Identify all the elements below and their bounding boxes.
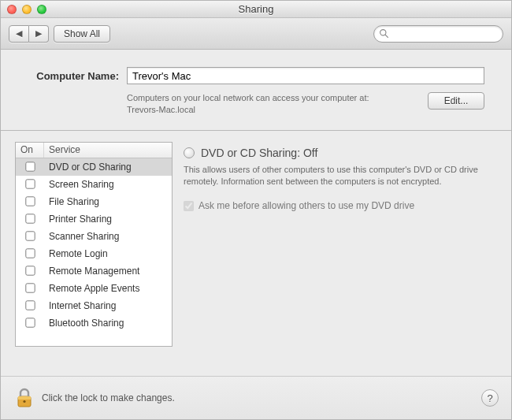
lock-icon[interactable] bbox=[15, 387, 34, 409]
service-detail-panel: DVD or CD Sharing: Off This allows users… bbox=[184, 142, 497, 368]
minimize-window-button[interactable] bbox=[22, 5, 32, 14]
edit-hostname-button[interactable]: Edit... bbox=[428, 92, 484, 110]
computer-name-label: Computer Name: bbox=[17, 70, 119, 82]
service-row[interactable]: Bluetooth Sharing bbox=[16, 314, 172, 332]
service-row[interactable]: File Sharing bbox=[16, 193, 172, 210]
service-row[interactable]: Scanner Sharing bbox=[16, 228, 172, 245]
services-list: DVD or CD SharingScreen SharingFile Shar… bbox=[16, 158, 172, 332]
ask-before-sharing-row[interactable]: Ask me before allowing others to use my … bbox=[184, 200, 497, 211]
service-checkbox[interactable] bbox=[25, 232, 35, 241]
service-label: Screen Sharing bbox=[44, 179, 172, 190]
services-table: On Service DVD or CD SharingScreen Shari… bbox=[15, 142, 173, 347]
subtext-line1: Computers on your local network can acce… bbox=[127, 93, 369, 102]
service-checkbox[interactable] bbox=[25, 162, 35, 172]
help-button[interactable]: ? bbox=[481, 389, 499, 407]
window-controls bbox=[1, 5, 46, 14]
service-row[interactable]: Remote Management bbox=[16, 262, 172, 280]
service-row[interactable]: Remote Apple Events bbox=[16, 280, 172, 297]
service-label: Remote Apple Events bbox=[44, 283, 172, 294]
service-checkbox-cell bbox=[16, 214, 44, 224]
service-checkbox-cell bbox=[16, 300, 44, 310]
ask-before-sharing-checkbox[interactable] bbox=[184, 201, 194, 211]
nav-button-group: ◀ ▶ bbox=[9, 25, 49, 43]
service-checkbox-cell bbox=[16, 266, 44, 276]
service-row[interactable]: DVD or CD Sharing bbox=[16, 158, 172, 176]
service-label: Bluetooth Sharing bbox=[44, 318, 172, 329]
service-row[interactable]: Remote Login bbox=[16, 245, 172, 262]
detail-header: DVD or CD Sharing: Off bbox=[184, 147, 497, 159]
service-label: Internet Sharing bbox=[44, 300, 172, 311]
main-area: On Service DVD or CD SharingScreen Shari… bbox=[1, 131, 511, 376]
forward-button[interactable]: ▶ bbox=[29, 25, 49, 43]
service-row[interactable]: Internet Sharing bbox=[16, 297, 172, 314]
service-row[interactable]: Printer Sharing bbox=[16, 210, 172, 228]
service-label: Remote Management bbox=[44, 266, 172, 277]
ask-before-sharing-label: Ask me before allowing others to use my … bbox=[198, 200, 414, 211]
service-checkbox[interactable] bbox=[25, 284, 35, 293]
back-button[interactable]: ◀ bbox=[9, 25, 29, 43]
detail-title: DVD or CD Sharing: Off bbox=[201, 147, 317, 159]
svg-line-1 bbox=[385, 35, 388, 37]
service-checkbox-cell bbox=[16, 231, 44, 241]
service-checkbox[interactable] bbox=[25, 301, 35, 310]
status-indicator-icon bbox=[184, 147, 195, 158]
titlebar: Sharing bbox=[1, 1, 511, 18]
search-field-wrap bbox=[373, 25, 503, 43]
service-label: File Sharing bbox=[44, 196, 172, 207]
column-header-on[interactable]: On bbox=[16, 143, 44, 158]
zoom-window-button[interactable] bbox=[37, 5, 46, 14]
computer-name-field[interactable] bbox=[127, 67, 484, 84]
service-checkbox[interactable] bbox=[25, 266, 35, 276]
service-checkbox-cell bbox=[16, 162, 44, 172]
search-icon bbox=[379, 28, 389, 39]
computer-name-row: Computer Name: bbox=[1, 50, 511, 89]
svg-point-4 bbox=[23, 400, 25, 403]
column-header-service[interactable]: Service bbox=[44, 143, 172, 158]
footer: Click the lock to make changes. ? bbox=[1, 376, 511, 419]
service-label: Printer Sharing bbox=[44, 214, 172, 225]
service-checkbox-cell bbox=[16, 318, 44, 328]
service-checkbox-cell bbox=[16, 283, 44, 293]
service-checkbox[interactable] bbox=[25, 180, 35, 189]
service-checkbox-cell bbox=[16, 248, 44, 258]
search-input[interactable] bbox=[373, 25, 503, 43]
service-label: Scanner Sharing bbox=[44, 231, 172, 242]
service-checkbox[interactable] bbox=[25, 249, 35, 258]
forward-arrow-icon: ▶ bbox=[35, 28, 42, 39]
close-window-button[interactable] bbox=[7, 5, 17, 14]
service-label: DVD or CD Sharing bbox=[44, 162, 172, 173]
service-row[interactable]: Screen Sharing bbox=[16, 176, 172, 193]
services-header: On Service bbox=[16, 143, 172, 158]
service-label: Remote Login bbox=[44, 248, 172, 259]
service-checkbox[interactable] bbox=[25, 318, 35, 328]
computer-name-subtext: Computers on your local network can acce… bbox=[127, 92, 428, 116]
detail-description: This allows users of other computers to … bbox=[184, 164, 497, 188]
service-checkbox[interactable] bbox=[25, 197, 35, 206]
content-area: Computer Name: Computers on your local n… bbox=[1, 50, 511, 419]
lock-text: Click the lock to make changes. bbox=[42, 392, 175, 403]
window-title: Sharing bbox=[1, 3, 511, 15]
service-checkbox-cell bbox=[16, 196, 44, 206]
computer-name-sub-row: Computers on your local network can acce… bbox=[1, 89, 511, 130]
toolbar: ◀ ▶ Show All bbox=[1, 18, 511, 50]
sharing-preferences-window: Sharing ◀ ▶ Show All Computer Name: Comp… bbox=[0, 0, 512, 420]
service-checkbox-cell bbox=[16, 179, 44, 189]
back-arrow-icon: ◀ bbox=[16, 28, 22, 39]
subtext-line2: Trevors-Mac.local bbox=[127, 105, 195, 114]
service-checkbox[interactable] bbox=[25, 214, 35, 224]
show-all-button[interactable]: Show All bbox=[54, 25, 110, 43]
svg-rect-3 bbox=[18, 396, 31, 400]
